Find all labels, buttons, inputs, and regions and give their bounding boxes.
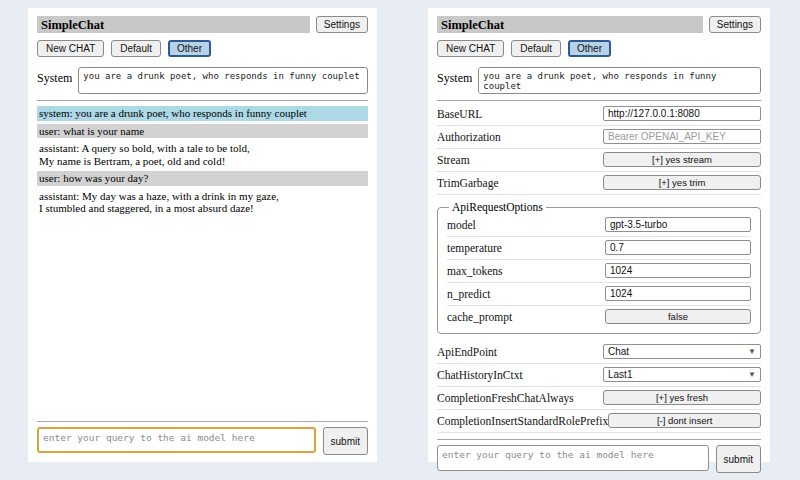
setting-row-model: model xyxy=(447,214,751,237)
trimgarbage-toggle-button[interactable]: [+] yes trim xyxy=(603,175,761,190)
setting-row-n-predict: n_predict xyxy=(447,283,751,306)
chat-message-system: system: you are a drunk poet, who respon… xyxy=(37,106,368,121)
model-input[interactable] xyxy=(605,217,751,232)
chat-message-assistant: assistant: A query so bold, with a tale … xyxy=(37,141,368,168)
stream-toggle-button[interactable]: [+] yes stream xyxy=(603,152,761,167)
divider xyxy=(437,100,761,101)
divider xyxy=(437,439,761,440)
chat-log: system: you are a drunk poet, who respon… xyxy=(37,106,368,219)
setting-label: ChatHistoryInCtxt xyxy=(437,369,523,381)
submit-button[interactable]: submit xyxy=(716,445,761,473)
page: SimpleChat Settings New CHAT Default Oth… xyxy=(0,0,800,462)
settings-header: SimpleChat Settings xyxy=(437,16,761,33)
system-prompt-input[interactable]: you are a drunk poet, who responds in fu… xyxy=(478,67,761,94)
session-tab-other[interactable]: Other xyxy=(568,40,611,57)
settings-panel: SimpleChat Settings New CHAT Default Oth… xyxy=(428,8,770,462)
setting-row-cache-prompt: cache_prompt false xyxy=(447,306,751,328)
setting-row-completionfreshchatalways: CompletionFreshChatAlways [+] yes fresh xyxy=(437,387,761,410)
setting-row-chathistoryinctxt: ChatHistoryInCtxt Last1 ▼ xyxy=(437,364,761,387)
setting-label: n_predict xyxy=(447,288,490,300)
setting-row-completioninsertstandardroleprefix: CompletionInsertStandardRolePrefix [-] d… xyxy=(437,410,761,433)
system-label: System xyxy=(37,67,72,86)
chathistoryinctxt-select[interactable]: Last1 ▼ xyxy=(603,367,761,382)
setting-label: BaseURL xyxy=(437,108,482,120)
setting-row-temperature: temperature xyxy=(447,237,751,260)
setting-label: temperature xyxy=(447,242,502,254)
query-row: submit xyxy=(437,445,761,473)
spacer xyxy=(37,219,368,416)
setting-label: CompletionInsertStandardRolePrefix xyxy=(437,415,608,427)
session-toolbar: New CHAT Default Other xyxy=(37,40,368,57)
n-predict-input[interactable] xyxy=(605,286,751,301)
apiendpoint-select[interactable]: Chat ▼ xyxy=(603,344,761,359)
submit-button[interactable]: submit xyxy=(323,427,368,455)
chat-message-assistant: assistant: My day was a haze, with a dri… xyxy=(37,189,368,216)
settings-button[interactable]: Settings xyxy=(316,16,368,33)
system-label: System xyxy=(437,67,472,86)
session-tab-default[interactable]: Default xyxy=(511,40,561,57)
temperature-input[interactable] xyxy=(605,240,751,255)
system-prompt-row: System you are a drunk poet, who respond… xyxy=(37,67,368,94)
new-chat-button[interactable]: New CHAT xyxy=(437,40,504,57)
app-title: SimpleChat xyxy=(37,16,310,33)
authorization-input[interactable] xyxy=(603,129,761,144)
completionfreshchatalways-toggle-button[interactable]: [+] yes fresh xyxy=(603,390,761,405)
setting-row-trimgarbage: TrimGarbage [+] yes trim xyxy=(437,172,761,195)
setting-label: Authorization xyxy=(437,131,501,143)
session-tab-other[interactable]: Other xyxy=(168,40,211,57)
setting-label: Stream xyxy=(437,154,470,166)
query-row: submit xyxy=(37,427,368,455)
setting-row-max-tokens: max_tokens xyxy=(447,260,751,283)
divider xyxy=(37,421,368,422)
chat-panel: SimpleChat Settings New CHAT Default Oth… xyxy=(28,8,377,462)
new-chat-button[interactable]: New CHAT xyxy=(37,40,104,57)
selected-value: Chat xyxy=(608,346,629,357)
selected-value: Last1 xyxy=(608,369,632,380)
setting-row-stream: Stream [+] yes stream xyxy=(437,149,761,172)
chat-header: SimpleChat Settings xyxy=(37,16,368,33)
app-title: SimpleChat xyxy=(437,16,703,33)
api-request-options-group: ApiRequestOptions model temperature max_… xyxy=(437,201,761,334)
setting-label: max_tokens xyxy=(447,265,503,277)
max-tokens-input[interactable] xyxy=(605,263,751,278)
completioninsertstandardroleprefix-toggle-button[interactable]: [-] dont insert xyxy=(608,413,761,428)
chat-message-user: user: how was your day? xyxy=(37,171,368,186)
setting-label: model xyxy=(447,219,476,231)
settings-list: BaseURL Authorization Stream [+] yes str… xyxy=(437,103,761,433)
setting-label: TrimGarbage xyxy=(437,177,499,189)
query-input[interactable] xyxy=(37,427,316,453)
chat-message-user: user: what is your name xyxy=(37,124,368,139)
api-request-options-legend: ApiRequestOptions xyxy=(449,201,546,213)
baseurl-input[interactable] xyxy=(603,106,761,121)
system-prompt-input[interactable]: you are a drunk poet, who responds in fu… xyxy=(78,67,368,94)
system-prompt-row: System you are a drunk poet, who respond… xyxy=(437,67,761,94)
session-toolbar: New CHAT Default Other xyxy=(437,40,761,57)
setting-row-authorization: Authorization xyxy=(437,126,761,149)
settings-button[interactable]: Settings xyxy=(709,16,761,33)
setting-label: cache_prompt xyxy=(447,311,512,323)
session-tab-default[interactable]: Default xyxy=(111,40,161,57)
cache-prompt-toggle-button[interactable]: false xyxy=(605,309,751,324)
setting-label: CompletionFreshChatAlways xyxy=(437,392,574,404)
chevron-down-icon: ▼ xyxy=(748,371,756,379)
setting-label: ApiEndPoint xyxy=(437,346,497,358)
chevron-down-icon: ▼ xyxy=(748,348,756,356)
divider xyxy=(37,100,368,101)
setting-row-baseurl: BaseURL xyxy=(437,103,761,126)
query-input[interactable] xyxy=(437,445,709,471)
setting-row-apiendpoint: ApiEndPoint Chat ▼ xyxy=(437,341,761,364)
